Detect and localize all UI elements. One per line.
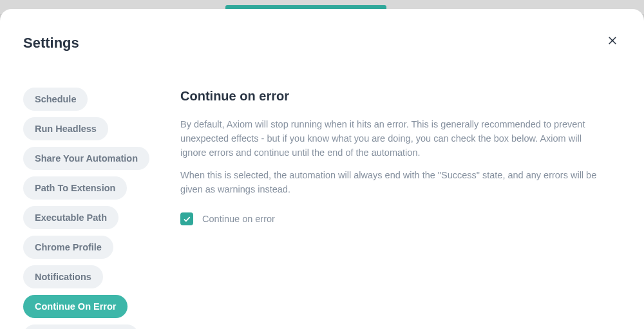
settings-detail-pane: Continue on error By default, Axiom will… <box>180 88 605 329</box>
continue-on-error-checkbox[interactable] <box>180 212 193 225</box>
sidebar-item-executable-path[interactable]: Executable Path <box>23 206 118 229</box>
continue-on-error-checkbox-label: Continue on error <box>202 214 275 224</box>
sidebar-item-interact-with-iframes[interactable]: Interact With Iframes <box>23 324 138 329</box>
sidebar-item-schedule[interactable]: Schedule <box>23 88 88 111</box>
sidebar-item-notifications[interactable]: Notifications <box>23 265 103 288</box>
settings-sidebar: Schedule Run Headless Share Your Automat… <box>23 88 149 329</box>
modal-header: Settings <box>23 35 621 52</box>
continue-on-error-checkbox-row: Continue on error <box>180 212 605 225</box>
section-title: Continue on error <box>180 89 605 104</box>
sidebar-item-path-to-extension[interactable]: Path To Extension <box>23 176 127 200</box>
close-icon <box>607 35 618 46</box>
sidebar-item-chrome-profile[interactable]: Chrome Profile <box>23 236 113 259</box>
sidebar-item-run-headless[interactable]: Run Headless <box>23 117 108 140</box>
close-button[interactable] <box>604 32 621 51</box>
sidebar-item-continue-on-error[interactable]: Continue On Error <box>23 295 128 318</box>
sidebar-item-share-your-automation[interactable]: Share Your Automation <box>23 147 149 170</box>
settings-modal: Settings Schedule Run Headless Share You… <box>0 9 644 329</box>
modal-content: Schedule Run Headless Share Your Automat… <box>23 88 621 329</box>
modal-title: Settings <box>23 35 79 52</box>
section-description-2: When this is selected, the automation wi… <box>180 169 605 197</box>
section-description-1: By default, Axiom will stop running when… <box>180 118 605 160</box>
check-icon <box>182 214 191 223</box>
